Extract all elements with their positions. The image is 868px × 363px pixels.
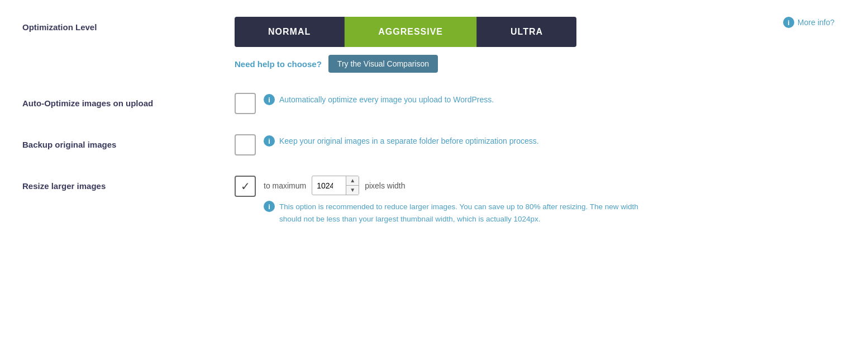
auto-optimize-description: i Automatically optimize every image you… <box>264 94 494 106</box>
backup-original-info-icon: i <box>264 135 275 147</box>
spinner-up-button[interactable]: ▲ <box>346 176 359 186</box>
backup-original-description: i Keep your original images in a separat… <box>264 135 539 147</box>
visual-comparison-button[interactable]: Try the Visual Comparison <box>328 55 438 73</box>
spinner-down-button[interactable]: ▼ <box>346 186 359 195</box>
auto-optimize-control: i Automatically optimize every image you… <box>235 93 846 114</box>
backup-original-row: Backup original images i Keep your origi… <box>22 134 846 155</box>
backup-original-control: i Keep your original images in a separat… <box>235 134 846 155</box>
auto-optimize-checkbox[interactable] <box>235 93 256 114</box>
backup-original-desc-text: Keep your original images in a separate … <box>279 135 539 147</box>
more-info-icon: i <box>783 17 794 28</box>
auto-optimize-row: Auto-Optimize images on upload i Automat… <box>22 93 846 114</box>
opt-level-aggressive-button[interactable]: AGGRESSIVE <box>345 17 477 47</box>
more-info-area: i More info? <box>783 17 834 28</box>
resize-options: to maximum ▲ ▼ pixels width i This optio… <box>264 176 655 225</box>
opt-level-ultra-button[interactable]: ULTRA <box>477 17 576 47</box>
pixel-input-wrapper: ▲ ▼ <box>312 176 359 195</box>
resize-larger-control: ✓ to maximum ▲ ▼ pixels width i <box>235 176 846 225</box>
resize-prefix-text: to maximum <box>264 181 306 190</box>
backup-original-checkbox[interactable] <box>235 134 256 155</box>
opt-level-normal-button[interactable]: NORMAL <box>235 17 345 47</box>
resize-note-info-icon: i <box>264 201 275 212</box>
resize-larger-row: Resize larger images ✓ to maximum ▲ ▼ pi… <box>22 176 846 225</box>
backup-original-label: Backup original images <box>22 134 235 150</box>
resize-inline-row: to maximum ▲ ▼ pixels width <box>264 176 655 195</box>
resize-larger-checkbox[interactable]: ✓ <box>235 176 256 197</box>
optimization-level-label: Optimization Level <box>22 17 235 33</box>
need-help-row: Need help to choose? Try the Visual Comp… <box>235 55 576 73</box>
pixel-width-input[interactable] <box>312 178 346 194</box>
resize-note: i This option is recommended to reduce l… <box>264 201 655 225</box>
resize-note-text: This option is recommended to reduce lar… <box>279 201 655 225</box>
optimization-level-controls: NORMAL AGGRESSIVE ULTRA Need help to cho… <box>235 17 576 73</box>
auto-optimize-label: Auto-Optimize images on upload <box>22 93 235 109</box>
spinner-controls: ▲ ▼ <box>346 176 359 195</box>
resize-larger-label: Resize larger images <box>22 176 235 192</box>
auto-optimize-info-icon: i <box>264 94 275 105</box>
need-help-text: Need help to choose? <box>235 59 322 69</box>
auto-optimize-desc-text: Automatically optimize every image you u… <box>279 94 494 106</box>
more-info-link[interactable]: More info? <box>798 18 834 27</box>
optimization-level-row: Optimization Level NORMAL AGGRESSIVE ULT… <box>22 17 846 73</box>
resize-suffix-text: pixels width <box>365 181 405 190</box>
optimization-level-buttons: NORMAL AGGRESSIVE ULTRA <box>235 17 576 47</box>
checkmark-icon: ✓ <box>241 181 250 192</box>
